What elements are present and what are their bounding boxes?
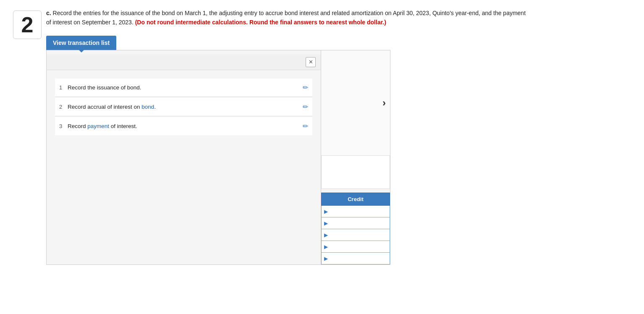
credit-cell-5[interactable]: ▶ <box>322 252 390 264</box>
view-transaction-list-button[interactable]: View transaction list <box>46 36 116 50</box>
credit-column-header: Credit <box>322 193 390 205</box>
edit-icon-2[interactable]: ✏ <box>303 103 308 111</box>
arrow-icon-1: ▶ <box>324 209 328 215</box>
transaction-desc-2: Record accrual of interest on bond. <box>68 104 298 110</box>
content-area: c. Record the entries for the issuance o… <box>46 8 644 265</box>
arrow-icon-2: ▶ <box>324 220 328 226</box>
right-panel-bottom: Credit ▶ ▶ ▶ <box>321 192 390 264</box>
panel-top-bar: ✕ <box>47 55 321 70</box>
table-row[interactable]: ▶ <box>322 229 390 241</box>
question-text-red: (Do not round intermediate calculations.… <box>135 19 386 26</box>
bottom-empty-space <box>47 140 321 233</box>
arrow-icon-4: ▶ <box>324 244 328 250</box>
edit-icon-3[interactable]: ✏ <box>303 122 308 130</box>
right-panel-top: › <box>321 50 390 155</box>
table-row[interactable]: ▶ <box>322 205 390 217</box>
close-button[interactable]: ✕ <box>306 57 316 67</box>
arrow-icon-3: ▶ <box>324 232 328 238</box>
transaction-item-2[interactable]: 2 Record accrual of interest on bond. ✏ <box>55 98 312 116</box>
right-panel-white-box <box>321 155 390 189</box>
right-panel: › Credit ▶ <box>321 50 390 264</box>
edit-icon-1[interactable]: ✏ <box>303 84 308 92</box>
transaction-desc-1: Record the issuance of bond. <box>68 84 298 91</box>
transaction-desc-3: Record payment of interest. <box>68 123 298 129</box>
question-number-box: 2 <box>8 8 46 265</box>
arrow-icon-5: ▶ <box>324 256 328 262</box>
credit-table: Credit ▶ ▶ ▶ <box>321 193 390 264</box>
number-box-inner: 2 <box>13 10 42 39</box>
credit-cell-3[interactable]: ▶ <box>322 229 390 241</box>
transaction-num-2: 2 <box>59 104 68 110</box>
credit-cell-2[interactable]: ▶ <box>322 217 390 229</box>
question-number: 2 <box>21 14 34 36</box>
transaction-num-3: 3 <box>59 123 68 129</box>
question-text: c. Record the entries for the issuance o… <box>46 8 529 27</box>
table-row[interactable]: ▶ <box>322 217 390 229</box>
transaction-item-3[interactable]: 3 Record payment of interest. ✏ <box>55 117 312 135</box>
question-label: c. <box>46 10 51 16</box>
right-panel-whitespace <box>321 50 390 155</box>
table-row[interactable]: ▶ <box>322 241 390 252</box>
transaction-num-1: 1 <box>59 84 68 91</box>
table-row[interactable]: ▶ <box>322 252 390 264</box>
credit-cell-4[interactable]: ▶ <box>322 241 390 252</box>
panel-container: ✕ 1 Record the issuance of bond. ✏ 2 Rec… <box>46 50 390 265</box>
credit-cell-1[interactable]: ▶ <box>322 205 390 217</box>
transaction-item-1[interactable]: 1 Record the issuance of bond. ✏ <box>55 78 312 97</box>
chevron-right-icon[interactable]: › <box>382 97 386 109</box>
close-icon: ✕ <box>309 59 313 65</box>
left-panel: ✕ 1 Record the issuance of bond. ✏ 2 Rec… <box>47 50 321 264</box>
transaction-list: 1 Record the issuance of bond. ✏ 2 Recor… <box>47 74 321 140</box>
